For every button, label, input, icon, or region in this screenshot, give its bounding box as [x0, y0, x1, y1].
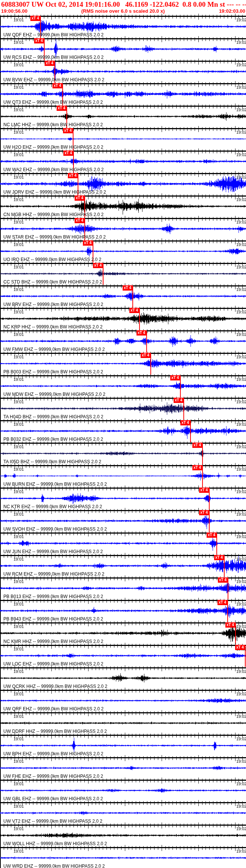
trace-row[interactable]: 19:0119:02xT 4UW LOC EHZ -- 99999.0km BW… — [0, 645, 246, 667]
ruler-time-right: 19:02 — [236, 624, 246, 629]
station-label: NC KTR EHZ -- 99999.0km BW HIGHPASS 2.0 … — [3, 504, 102, 509]
pick-flag[interactable]: xT 4 — [63, 151, 74, 156]
trace-row[interactable]: 19:0119:02xT 4NC KMR HHZ -- 99999.0km BW… — [0, 622, 246, 645]
trace-row[interactable]: 19:0119:02xT 4CC STD BHZ -- 99999.0km BW… — [0, 263, 246, 285]
ruler-time-right: 19:02 — [236, 444, 246, 449]
window-end-time: 19:02:03.00 — [219, 8, 245, 14]
trace-row[interactable]: 19:0119:02UW DDRF HHZ -- 99999.0km BW HI… — [0, 712, 246, 735]
trace-row[interactable]: 19:0119:02xT 4TA I05D BHZ -- 99999.0km B… — [0, 443, 246, 465]
trace-row[interactable]: 19:0119:02xT 4UW MDW EHZ -- 99999.0km BW… — [0, 375, 246, 398]
station-label: UW JORV EHZ -- 99999.0km BW HIGHPASS 2.0… — [3, 189, 106, 195]
trace-row[interactable]: 19:0119:02xT 4TA H04D BHZ -- 99999.0km B… — [0, 398, 246, 420]
trace-row[interactable]: 19:0119:02UW WOLL HHZ -- 99999.0km BW HI… — [0, 825, 246, 847]
trace-row[interactable]: 19:0119:02xT 4UW SVOH EHZ -- 99999.0km B… — [0, 510, 246, 532]
trace-row[interactable]: 19:0119:02UW QRF EHZ -- 99999.0km BW HIG… — [0, 690, 246, 712]
trace-row[interactable]: 19:0119:02UW BPH EHZ -- 99999.0km BW HIG… — [0, 735, 246, 757]
trace-row[interactable]: 19:0119:02xT 4UW STAR EHZ -- 99999.0km B… — [0, 218, 246, 240]
pick-flag[interactable]: xT 4 — [136, 330, 147, 336]
trace-row[interactable]: 19:0119:02UW GBL EHZ -- 99999.0km BW HIG… — [0, 780, 246, 802]
trace-row[interactable]: 19:0119:02xT 4PB B013 EHZ -- 99999.0km B… — [0, 577, 246, 600]
pick-flag[interactable]: xT 4 — [180, 420, 190, 425]
trace-row[interactable]: 19:0119:02xT 4CN MGB HHZ -- 99999.0km BW… — [0, 195, 246, 218]
trace-row[interactable]: 19:0119:02xT 4UO IRQ EHZ -- 99999.0km BW… — [0, 240, 246, 263]
ruler-time-left: 19:01 — [14, 287, 24, 292]
pick-flag[interactable]: xT 4 — [192, 465, 202, 470]
trace-row[interactable]: 19:0119:02xT 4PB B032 EHZ -- 99999.0km B… — [0, 420, 246, 443]
ruler-time-right: 19:02 — [236, 197, 246, 202]
ruler-time-left: 19:01 — [14, 422, 24, 427]
trace-row[interactable]: 19:0119:02xT 4UW QT3 EHZ -- 99999.0km BW… — [0, 83, 246, 106]
trace-row[interactable]: 19:0119:02xT 4UW QDF EHZ -- 99999.0km BW… — [0, 16, 246, 38]
pick-flag[interactable]: xT 4 — [199, 510, 209, 515]
ruler-time-left: 19:01 — [14, 175, 24, 179]
pick-flag[interactable]: xT 4 — [34, 38, 44, 43]
pick-flag[interactable]: xT 4 — [63, 128, 73, 133]
ruler-time-right: 19:02 — [236, 557, 246, 561]
pick-flag[interactable]: xT 4 — [225, 622, 236, 628]
pick-flag[interactable]: xT 4 — [218, 600, 228, 605]
ruler-time-right: 19:02 — [236, 669, 246, 674]
ruler-time-left: 19:01 — [14, 534, 24, 539]
pick-flag[interactable]: xT 4 — [141, 353, 151, 358]
ruler-time-right: 19:02 — [236, 332, 246, 337]
pick-flag[interactable]: xT 4 — [170, 375, 180, 380]
pick-flag[interactable]: xT 4 — [199, 488, 209, 493]
trace-row[interactable]: 19:0119:02xT 4UW RCM EHZ -- 99999.0km BW… — [0, 555, 246, 577]
pick-flag[interactable]: xT 4 — [218, 577, 228, 583]
trace-row[interactable]: 19:0119:02xT 4NC LMC HHZ -- 99999.0km BW… — [0, 106, 246, 128]
station-label: UW GBL EHZ -- 99999.0km BW HIGHPASS 2.0 … — [3, 796, 103, 801]
station-label: CC STD BHZ -- 99999.0km BW HIGHPASS 2.0 … — [3, 279, 102, 285]
station-label: TA I05D BHZ -- 99999.0km BW HIGHPASS 2.0… — [3, 459, 101, 464]
pick-flag[interactable]: xT 4 — [93, 263, 103, 268]
trace-row[interactable]: 19:0119:02UW FHE EHZ -- 99999.0km BW HIG… — [0, 757, 246, 780]
pick-flag[interactable]: xT 4 — [68, 173, 78, 178]
pick-flag[interactable]: xT 4 — [30, 16, 40, 21]
ruler-time-left: 19:01 — [14, 310, 24, 314]
trace-row[interactable]: 19:0119:02UW WRD EHZ -- 99999.0km BW HIG… — [0, 847, 246, 868]
trace-row[interactable]: 19:0119:02xT 4UW JORV EHZ -- 99999.0km B… — [0, 173, 246, 195]
ruler-time-left: 19:01 — [14, 692, 24, 696]
pick-flag[interactable]: xT 4 — [214, 555, 224, 560]
ruler-time-right: 19:02 — [236, 152, 246, 157]
trace-row[interactable]: 19:0119:02xT 4UW JUN EHZ -- 99999.0km BW… — [0, 532, 246, 555]
ruler-time-left: 19:01 — [14, 332, 24, 337]
trace-row[interactable]: 19:0119:02xT 4UW H2O EHZ -- 99999.0km BW… — [0, 128, 246, 151]
trace-row[interactable]: 19:0119:02UW QCRK HHZ -- 99999.0km BW HI… — [0, 667, 246, 690]
ruler-time-left: 19:01 — [14, 265, 24, 269]
trace-row[interactable]: 19:0119:02xT 4UW FMW EHZ -- 99999.0km BW… — [0, 330, 246, 353]
trace-row[interactable]: 19:0119:02xT 4PB B003 EHZ -- 99999.0km B… — [0, 353, 246, 375]
ruler-time-right: 19:02 — [236, 512, 246, 516]
trace-row[interactable]: 19:0119:02xT 4NC KTR EHZ -- 99999.0km BW… — [0, 488, 246, 510]
trace-row[interactable]: 19:0119:02UW VT2 EHZ -- 99999.0km BW HIG… — [0, 802, 246, 825]
pick-flag[interactable]: xT 4 — [192, 443, 202, 448]
ruler-time-left: 19:01 — [14, 220, 24, 224]
ruler-time-left: 19:01 — [14, 40, 24, 45]
pick-flag[interactable]: xT 4 — [57, 106, 67, 111]
trace-row[interactable]: 19:0119:02xT 4UW BURN EHZ -- 99999.0km B… — [0, 465, 246, 488]
trace-row[interactable]: 19:0119:02xT 4UW RCS EHZ -- 99999.0km BW… — [0, 38, 246, 61]
pick-flag[interactable]: xT 4 — [45, 61, 55, 66]
station-label: UW BRV EHZ -- 99999.0km BW HIGHPASS 2.0 … — [3, 302, 103, 307]
pick-flag[interactable]: xT 4 — [75, 195, 85, 201]
trace-row[interactable]: 19:0119:02xT 4UW BVW EHZ -- 99999.0km BW… — [0, 61, 246, 83]
pick-flag[interactable]: xT 4 — [207, 532, 217, 538]
station-label: UW FMW EHZ -- 99999.0km BW HIGHPASS 2.0 … — [3, 347, 105, 352]
station-label: UW STAR EHZ -- 99999.0km BW HIGHPASS 2.0… — [3, 234, 106, 240]
pick-flag[interactable]: xT 4 — [129, 308, 140, 313]
pick-flag[interactable]: xT 4 — [52, 83, 63, 88]
pick-flag[interactable]: xT 4 — [174, 398, 184, 403]
station-label: UW VT2 EHZ -- 99999.0km BW HIGHPASS 2.0 … — [3, 819, 102, 824]
trace-row[interactable]: 19:0119:02xT 4UW WA2 EHZ -- 99999.0km BW… — [0, 151, 246, 173]
station-label: UW WRD EHZ -- 99999.0km BW HIGHPASS 2.0 … — [3, 864, 105, 868]
ruler-time-right: 19:02 — [236, 85, 246, 89]
trace-row[interactable]: 19:0119:02xT 4UW BRV EHZ -- 99999.0km BW… — [0, 285, 246, 308]
trace-row[interactable]: 19:0119:02xT 4NC KRP HHZ -- 99999.0km BW… — [0, 308, 246, 330]
pick-flag[interactable]: xT 4 — [123, 285, 133, 291]
ruler-time-right: 19:02 — [236, 826, 246, 831]
trace-row[interactable]: 19:0119:02xT 4PB B943 EHZ -- 99999.0km B… — [0, 600, 246, 622]
pick-flag[interactable]: xT 4 — [83, 240, 93, 246]
pick-flag[interactable]: xT 4 — [75, 218, 85, 223]
ruler-time-left: 19:01 — [14, 18, 24, 22]
ruler-time-left: 19:01 — [14, 759, 24, 764]
pick-flag[interactable]: xT 4 — [235, 645, 245, 650]
